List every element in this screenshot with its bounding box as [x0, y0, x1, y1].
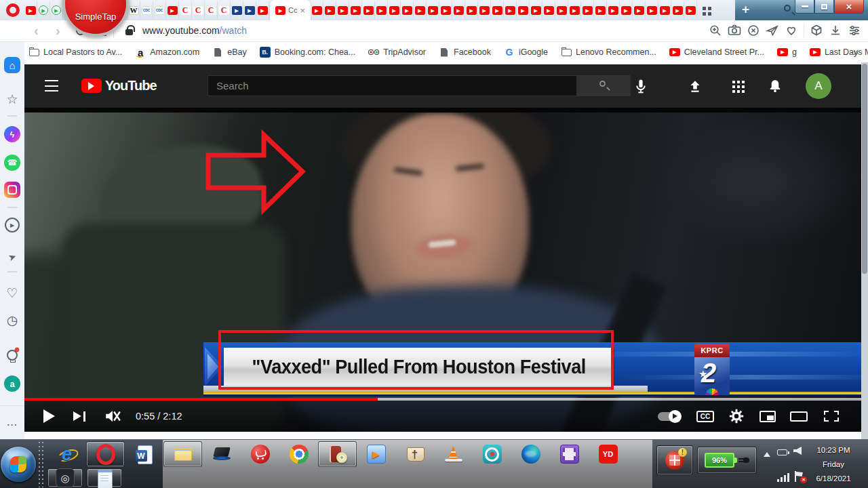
taskbar-button-chrome[interactable]: [279, 441, 318, 467]
browser-tab[interactable]: ▶: [37, 1, 50, 19]
play-button[interactable]: [39, 401, 60, 432]
browser-tab[interactable]: ▶: [24, 1, 37, 19]
bookmark-item[interactable]: ▶Cleveland Street Pr...: [669, 47, 764, 57]
browser-tab[interactable]: ▶: [414, 1, 427, 19]
taskbar-button-bookcd[interactable]: [318, 441, 357, 467]
browser-tab[interactable]: ▶: [530, 1, 542, 19]
zoom-icon[interactable]: [709, 24, 722, 37]
bookmarks-overflow-chevron[interactable]: »: [853, 46, 859, 58]
bookmark-item[interactable]: Local Pastors to Av...: [28, 47, 122, 58]
browser-tab[interactable]: ▶: [323, 1, 336, 19]
taskbar-button-laptop[interactable]: [202, 441, 241, 467]
taskbar-button-wmp[interactable]: ▶: [357, 441, 395, 467]
taskbar-button-obs[interactable]: ◎: [47, 468, 83, 487]
tray-battery-button[interactable]: 96%: [697, 447, 757, 474]
search-input[interactable]: [208, 75, 577, 96]
bookmark-item[interactable]: aAmazon.com: [135, 47, 199, 58]
browser-tab[interactable]: ▶: [504, 1, 517, 19]
extension-cube-icon[interactable]: [810, 24, 823, 37]
bookmark-item[interactable]: eBay: [212, 47, 247, 58]
youtube-logo[interactable]: YouTube: [81, 78, 157, 94]
taskbar-button-edge[interactable]: [511, 441, 550, 467]
browser-tab[interactable]: ▶: [542, 1, 555, 19]
browser-tab[interactable]: ▶: [581, 1, 594, 19]
browser-tab[interactable]: ▶: [594, 1, 607, 19]
browser-tab[interactable]: ▶: [375, 1, 388, 19]
minimize-button[interactable]: [795, 0, 814, 14]
browser-tab[interactable]: ▶: [620, 1, 633, 19]
browser-tab[interactable]: W: [127, 1, 140, 19]
new-tab-button[interactable]: +: [742, 2, 749, 17]
browser-tab[interactable]: ▶: [166, 1, 179, 19]
browser-tab[interactable]: ▶: [478, 1, 491, 19]
bookmark-item[interactable]: TripAdvisor: [368, 47, 426, 58]
sidebar-item-instagram[interactable]: [4, 182, 20, 198]
browser-tab[interactable]: ▶: [452, 1, 465, 19]
sidebar-item-speed-dial[interactable]: ⌂: [4, 57, 20, 73]
browser-tab[interactable]: ▶: [607, 1, 620, 19]
browser-tab[interactable]: ▶: [388, 1, 401, 19]
browser-tab[interactable]: ▶: [336, 1, 349, 19]
tab-tiling-icon[interactable]: [703, 7, 706, 10]
notifications-bell-icon[interactable]: [768, 79, 783, 94]
sidebar-item-whatsapp[interactable]: ☎: [4, 155, 20, 171]
close-button[interactable]: ×: [834, 0, 864, 14]
next-button[interactable]: [69, 401, 90, 432]
video-surface[interactable]: "Vaxxed" Pulled From Houston Festival KP…: [24, 108, 861, 432]
browser-tab[interactable]: ▶: [555, 1, 568, 19]
browser-tab[interactable]: ▶: [256, 1, 269, 19]
opera-menu-button[interactable]: [6, 3, 20, 17]
browser-tab[interactable]: C: [205, 1, 218, 19]
browser-tab[interactable]: ▶: [427, 1, 439, 19]
apps-grid-icon[interactable]: [732, 81, 735, 83]
browser-tab[interactable]: ▶: [243, 1, 256, 19]
address-field[interactable]: www.youtube.com/watch: [142, 25, 247, 36]
show-hidden-icons-chevron[interactable]: [764, 449, 770, 457]
settings-gear-icon[interactable]: [724, 401, 749, 432]
clock[interactable]: 10:23 PM Friday 6/18/2021: [806, 443, 861, 486]
volume-muted-icon[interactable]: [100, 401, 125, 432]
browser-tab[interactable]: ▶: [684, 1, 697, 19]
browser-tab[interactable]: C: [218, 1, 231, 19]
browser-tab[interactable]: ▶: [349, 1, 362, 19]
sidebar-item-amazon[interactable]: a: [4, 375, 20, 392]
snapshot-icon[interactable]: [728, 24, 741, 37]
sidebar-item-messenger[interactable]: ϟ: [4, 126, 20, 142]
taskbar-button-folder[interactable]: [163, 441, 202, 467]
browser-tab[interactable]: ▶: [658, 1, 671, 19]
tab-search-icon[interactable]: [784, 5, 791, 12]
theater-mode-button[interactable]: [787, 401, 811, 432]
taskbar-button-cart[interactable]: [241, 441, 279, 467]
browser-tab[interactable]: CDC: [140, 1, 153, 19]
sidebar-item-history[interactable]: ◷: [4, 312, 20, 328]
taskbar-button-vlc[interactable]: [434, 441, 473, 467]
browser-tab[interactable]: C: [192, 1, 205, 19]
browser-tab[interactable]: ▶: [50, 1, 63, 19]
forward-icon[interactable]: ›: [56, 23, 60, 39]
sidebar-item-more[interactable]: ⋯: [4, 416, 20, 432]
upload-icon[interactable]: [688, 79, 703, 94]
network-signal-icon[interactable]: [777, 472, 791, 482]
taskbar-button-esword[interactable]: †: [395, 441, 434, 467]
autoplay-toggle[interactable]: [654, 401, 684, 432]
sidebar-item-bookmarks[interactable]: ☆: [4, 91, 20, 107]
browser-tab[interactable]: ▶: [646, 1, 658, 19]
tab-close-icon[interactable]: ×: [300, 6, 305, 15]
taskbar-button-yd[interactable]: YD: [589, 441, 627, 467]
browser-tab[interactable]: ▶: [401, 1, 414, 19]
bookmark-item[interactable]: Facebook: [439, 47, 491, 58]
action-center-flag-icon[interactable]: ×: [795, 471, 804, 482]
browser-tab[interactable]: ▶: [465, 1, 478, 19]
taskbar-button-recorder[interactable]: [473, 441, 511, 467]
browser-tab[interactable]: ▶: [671, 1, 684, 19]
miniplayer-button[interactable]: [755, 401, 780, 432]
menu-icon[interactable]: [45, 80, 58, 92]
tray-alert-button[interactable]: !: [656, 445, 693, 475]
browser-tab[interactable]: C: [179, 1, 192, 19]
taskbar-button-film[interactable]: [550, 441, 589, 467]
taskbar-button-notepad[interactable]: [87, 468, 122, 487]
easy-setup-icon[interactable]: [848, 24, 861, 37]
taskbar-button-word[interactable]: W: [125, 441, 163, 467]
back-icon[interactable]: ‹: [34, 23, 39, 39]
bookmark-item[interactable]: GiGoogle: [504, 47, 548, 58]
